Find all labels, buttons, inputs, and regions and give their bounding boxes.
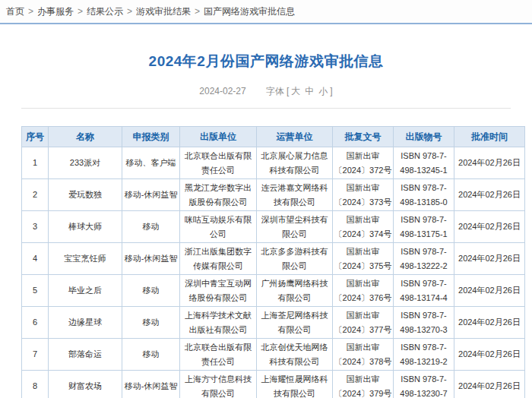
- font-size-bracket-open: [: [287, 86, 289, 96]
- cell-approval-date: 2024年02月26日: [454, 147, 525, 179]
- cell-game-name: 毕业之后: [49, 275, 122, 307]
- font-size-small-button[interactable]: 小: [318, 86, 328, 96]
- cell-publisher: 北京联合出版有限责任公司: [180, 147, 257, 179]
- article-meta: 2024-02-27字体 [大中小]: [0, 85, 532, 98]
- table-row: 2爱玩数独移动-休闲益智黑龙江龙华数字出版股份有限公司连云港嘉文网络科技有限公司…: [22, 179, 525, 211]
- cell-operator: 连云港嘉文网络科技有限公司: [257, 179, 333, 211]
- cell-approval-no: 国新出审 〔2024〕377号: [333, 307, 394, 339]
- table-row: 8财富农场移动-休闲益智上海方寸信息科技有限公司上海耀恒晟网络科技有限公司国新出…: [22, 371, 525, 398]
- cell-index: 2: [22, 179, 49, 211]
- cell-operator: 上海荃尼网络科技有限公司: [257, 307, 333, 339]
- font-size-medium-button[interactable]: 中: [305, 86, 314, 96]
- breadcrumb-separator: >: [127, 6, 132, 17]
- breadcrumb-separator: >: [28, 6, 33, 17]
- cell-category: 移动: [122, 275, 180, 307]
- cell-game-name: 宝宝烹饪师: [49, 243, 122, 275]
- table-row: 3棒球大师移动咪咕互动娱乐有限公司深圳市望尘科技有限公司国新出审 〔2024〕3…: [22, 211, 525, 243]
- cell-category: 移动: [122, 307, 180, 339]
- cell-isbn: ISBN 978-7- 498-13230-7: [394, 371, 454, 398]
- cell-approval-date: 2024年02月26日: [454, 211, 525, 243]
- cell-publisher: 深圳中青宝互动网络股份有限公司: [180, 275, 257, 307]
- cell-category: 移动-休闲益智: [122, 371, 180, 398]
- cell-approval-no: 国新出审 〔2024〕379号: [333, 371, 394, 398]
- cell-publisher: 北京联合出版有限责任公司: [180, 339, 257, 371]
- cell-approval-date: 2024年02月26日: [454, 339, 525, 371]
- cell-approval-no: 国新出审 〔2024〕378号: [333, 339, 394, 371]
- cell-approval-no: 国新出审 〔2024〕374号: [333, 211, 394, 243]
- cell-index: 6: [22, 307, 49, 339]
- column-header-approval-no: 批复文号: [333, 127, 394, 147]
- cell-index: 1: [22, 147, 49, 179]
- cell-game-name: 爱玩数独: [49, 179, 122, 211]
- cell-operator: 上海耀恒晟网络科技有限公司: [257, 371, 333, 398]
- breadcrumb-link-game-approval-results[interactable]: 游戏审批结果: [136, 5, 191, 18]
- cell-index: 7: [22, 339, 49, 371]
- divider: [21, 108, 511, 109]
- cell-approval-date: 2024年02月26日: [454, 179, 525, 211]
- font-size-label: 字体: [266, 86, 284, 96]
- cell-publisher: 咪咕互动娱乐有限公司: [180, 211, 257, 243]
- breadcrumb-separator: >: [195, 6, 200, 17]
- table-header-row: 序号 名称 申报类别 出版单位 运营单位 批复文号 出版物号 批准时间: [22, 127, 525, 147]
- column-header-operator: 运营单位: [257, 127, 333, 147]
- breadcrumb-separator: >: [78, 6, 83, 17]
- cell-approval-no: 国新出审 〔2024〕375号: [333, 243, 394, 275]
- column-header-isbn: 出版物号: [394, 127, 454, 147]
- cell-publisher: 浙江出版集团数字传媒有限公司: [180, 243, 257, 275]
- breadcrumb-link-services[interactable]: 办事服务: [37, 5, 74, 18]
- cell-game-name: 233派对: [49, 147, 122, 179]
- font-size-large-button[interactable]: 大: [291, 86, 300, 96]
- table-row: 4宝宝烹饪师移动-休闲益智浙江出版集团数字传媒有限公司北京多多游科技有限公司国新…: [22, 243, 525, 275]
- cell-isbn: ISBN 978-7- 498-13185-0: [394, 179, 454, 211]
- cell-approval-date: 2024年02月26日: [454, 307, 525, 339]
- cell-operator: 广州扬鹰网络科技有限公司: [257, 275, 333, 307]
- column-header-publisher: 出版单位: [180, 127, 257, 147]
- cell-game-name: 棒球大师: [49, 211, 122, 243]
- cell-approval-no: 国新出审 〔2024〕373号: [333, 179, 394, 211]
- cell-isbn: ISBN 978-7- 498-13174-4: [394, 275, 454, 307]
- cell-publisher: 黑龙江龙华数字出版股份有限公司: [180, 179, 257, 211]
- breadcrumb-link-results[interactable]: 结果公示: [87, 5, 123, 18]
- cell-game-name: 部落命运: [49, 339, 122, 371]
- table-row: 5毕业之后移动深圳中青宝互动网络股份有限公司广州扬鹰网络科技有限公司国新出审 〔…: [22, 275, 525, 307]
- cell-operator: 北京展心展力信息科技有限公司: [257, 147, 333, 179]
- cell-approval-date: 2024年02月26日: [454, 275, 525, 307]
- cell-index: 3: [22, 211, 49, 243]
- page-title: 2024年2月份国产网络游戏审批信息: [0, 52, 532, 71]
- cell-index: 4: [22, 243, 49, 275]
- cell-isbn: ISBN 978-7- 498-13175-1: [394, 211, 454, 243]
- cell-publisher: 上海方寸信息科技有限公司: [180, 371, 257, 398]
- font-size-bracket-close: ]: [330, 86, 332, 96]
- cell-game-name: 财富农场: [49, 371, 122, 398]
- game-approval-table: 序号 名称 申报类别 出版单位 运营单位 批复文号 出版物号 批准时间 1233…: [21, 126, 525, 398]
- cell-category: 移动、客户端: [122, 147, 180, 179]
- publish-date: 2024-02-27: [199, 86, 245, 96]
- column-header-name: 名称: [49, 127, 122, 147]
- table-row: 6边缘星球移动上海科学技术文献出版社有限公司上海荃尼网络科技有限公司国新出审 〔…: [22, 307, 525, 339]
- cell-index: 8: [22, 371, 49, 398]
- cell-approval-no: 国新出审 〔2024〕372号: [333, 147, 394, 179]
- cell-operator: 北京创优天地网络科技有限公司: [257, 339, 333, 371]
- column-header-index: 序号: [22, 127, 49, 147]
- cell-isbn: ISBN 978-7- 498-13270-3: [394, 307, 454, 339]
- table-row: 7部落命运移动北京联合出版有限责任公司北京创优天地网络科技有限公司国新出审 〔2…: [22, 339, 525, 371]
- cell-isbn: ISBN 978-7- 498-13222-2: [394, 243, 454, 275]
- table-row: 1233派对移动、客户端北京联合出版有限责任公司北京展心展力信息科技有限公司国新…: [22, 147, 525, 179]
- cell-operator: 深圳市望尘科技有限公司: [257, 211, 333, 243]
- cell-publisher: 上海科学技术文献出版社有限公司: [180, 307, 257, 339]
- breadcrumb-current-page: 国产网络游戏审批信息: [204, 5, 295, 18]
- breadcrumb-link-home[interactable]: 首页: [6, 5, 24, 18]
- cell-approval-no: 国新出审 〔2024〕376号: [333, 275, 394, 307]
- cell-index: 5: [22, 275, 49, 307]
- cell-approval-date: 2024年02月26日: [454, 243, 525, 275]
- cell-approval-date: 2024年02月26日: [454, 371, 525, 398]
- cell-isbn: ISBN 978-7- 498-13245-1: [394, 147, 454, 179]
- cell-game-name: 边缘星球: [49, 307, 122, 339]
- breadcrumb: 首页 > 办事服务 > 结果公示 > 游戏审批结果 > 国产网络游戏审批信息: [0, 0, 532, 24]
- cell-category: 移动-休闲益智: [122, 179, 180, 211]
- cell-isbn: ISBN 978-7- 498-13219-2: [394, 339, 454, 371]
- column-header-category: 申报类别: [122, 127, 180, 147]
- cell-operator: 北京多多游科技有限公司: [257, 243, 333, 275]
- cell-category: 移动-休闲益智: [122, 243, 180, 275]
- column-header-approval-date: 批准时间: [454, 127, 525, 147]
